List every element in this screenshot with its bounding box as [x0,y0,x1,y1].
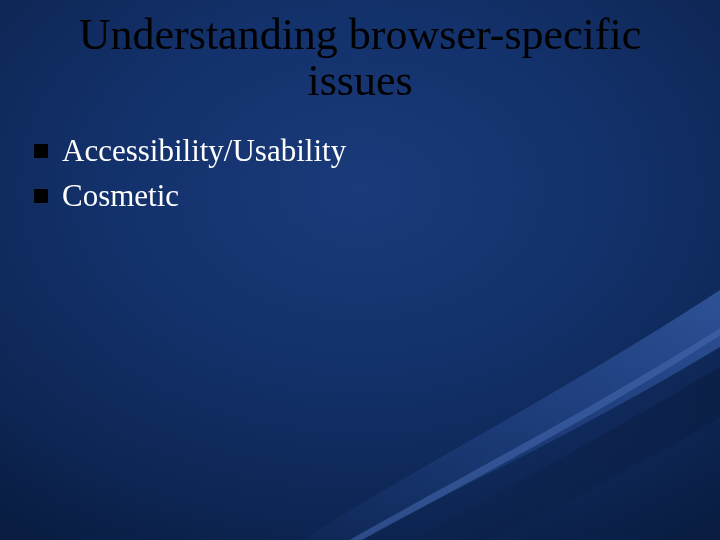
decorative-swoosh-icon [220,220,720,540]
square-bullet-icon [34,144,48,158]
slide-body: Accessibility/Usability Cosmetic [34,132,680,222]
bullet-text: Accessibility/Usability [62,132,346,171]
slide-title: Understanding browser-specific issues [0,12,720,104]
square-bullet-icon [34,189,48,203]
list-item: Cosmetic [34,177,680,216]
bullet-text: Cosmetic [62,177,179,216]
slide: Understanding browser-specific issues Ac… [0,0,720,540]
list-item: Accessibility/Usability [34,132,680,171]
